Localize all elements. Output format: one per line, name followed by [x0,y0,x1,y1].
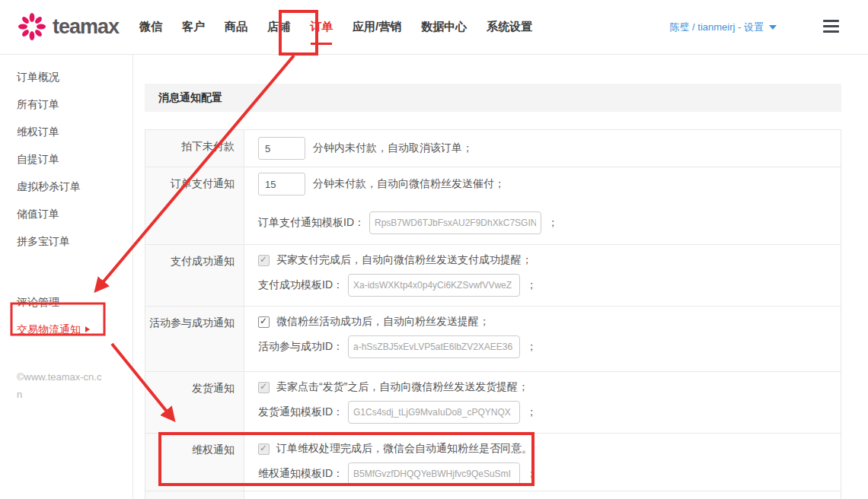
suffix-text: ； [526,405,537,419]
activity-success-checkbox[interactable] [258,316,270,328]
template-id-label: 活动参与成功ID： [258,340,343,354]
sidebar: 订单概况 所有订单 维权订单 自提订单 虚拟秒杀订单 储值订单 拼多宝订单 评论… [0,55,133,499]
rights-notice-checkbox[interactable] [258,443,270,455]
pay-success-template-id-input[interactable] [348,274,520,297]
suffix-text: ； [526,278,537,292]
row-description: 微信粉丝活动成功后，自动向粉丝发送提醒； [276,315,490,329]
sidebar-item-comment-management[interactable]: 评论管理 [0,288,132,316]
table-row: 支付成功通知 买家支付完成后，自动向微信粉丝发送支付成功提醒； 支付成功模板ID… [145,244,841,306]
sidebar-item-pinduobao-orders[interactable]: 拼多宝订单 [0,227,132,255]
template-id-label: 维权通知模板ID： [258,467,343,481]
copyright-text: ©www.teamax-cn.cn [0,368,107,403]
sidebar-spacer [0,255,132,288]
nav-item-orders[interactable]: 订单 [300,0,343,54]
table-row: 订单支付通知 分钟未付款，自动向微信粉丝发送催付； 订单支付通知模板ID： ； [145,167,841,244]
sidebar-item-trade-logistics-notice[interactable]: 交易物流通知 [0,316,132,343]
nav-item-system-settings[interactable]: 系统设置 [477,0,542,54]
table-row: 发货通知 卖家点击“发货”之后，自动向微信粉丝发送发货提醒； 发货通知模板ID：… [145,371,841,433]
row-description: 分钟未付款，自动向微信粉丝发送催付； [313,177,505,191]
template-id-label: 支付成功模板ID： [258,278,343,292]
unpaid-minutes-input[interactable] [258,137,305,160]
brand-name: teamax [53,15,119,39]
sidebar-item-pickup-orders[interactable]: 自提订单 [0,145,132,173]
row-description: 买家支付完成后，自动向微信粉丝发送支付成功提醒； [276,253,532,267]
row-description: 分钟内未付款，自动取消该订单； [313,141,473,155]
payment-template-id-input[interactable] [369,211,541,234]
row-label: 支付成功通知 [145,245,244,306]
template-id-label: 发货通知模板ID： [258,405,343,419]
sidebar-item-order-overview[interactable]: 订单概况 [0,63,132,91]
row-description: 订单维权处理完成后，微信会自动通知粉丝是否同意。 [276,442,532,456]
nav-item-wechat[interactable]: 微信 [129,0,172,54]
nav-item-customers[interactable]: 客户 [172,0,215,54]
chevron-down-icon [769,25,777,30]
shipping-notice-checkbox[interactable] [258,382,270,393]
hamburger-menu-icon[interactable] [823,20,839,33]
user-account-label: 陈璧 / tianmeirj - 设置 [669,21,764,34]
table-row: 维权通知 订单维权处理完成后，微信会自动通知粉丝是否同意。 维权通知模板ID： … [145,433,841,491]
flower-logo-icon [17,11,47,42]
shipping-template-id-input[interactable] [348,401,520,424]
page-title: 消息通知配置 [145,84,841,112]
row-label: 活动参与成功通知 [145,307,244,371]
notification-config-table: 拍下未付款 分钟内未付款，自动取消该订单； 订单支付通知 分钟未付款，自动向微信… [145,129,841,499]
table-row: 拍下未付款 分钟内未付款，自动取消该订单； [145,130,841,167]
table-row [145,491,841,499]
nav-item-orders-label: 订单 [310,20,333,34]
suffix-text: ； [526,467,537,481]
row-label: 拍下未付款 [145,130,244,167]
sidebar-item-trade-logistics-label: 交易物流通知 [17,316,81,343]
suffix-text: ； [526,340,537,354]
nav-item-shop[interactable]: 店铺 [257,0,300,54]
sidebar-item-stored-value-orders[interactable]: 储值订单 [0,200,132,227]
row-label: 发货通知 [145,372,244,433]
brand-logo[interactable]: teamax [17,11,119,42]
table-row: 活动参与成功通知 微信粉丝活动成功后，自动向粉丝发送提醒； 活动参与成功ID： … [145,306,841,371]
activity-template-id-input[interactable] [348,335,520,358]
top-bar: teamax 微信 客户 商品 店铺 订单 应用/营销 数据中心 系统设置 陈璧… [0,0,868,55]
nav-item-data-center[interactable]: 数据中心 [411,0,477,54]
row-description: 卖家点击“发货”之后，自动向微信粉丝发送发货提醒； [276,380,528,394]
rights-template-id-input[interactable] [348,462,520,485]
top-navigation: 微信 客户 商品 店铺 订单 应用/营销 数据中心 系统设置 [129,0,542,54]
sidebar-item-seckill-orders[interactable]: 虚拟秒杀订单 [0,173,132,200]
user-account-menu[interactable]: 陈璧 / tianmeirj - 设置 [669,0,777,54]
nav-item-apps-marketing[interactable]: 应用/营销 [343,0,411,54]
template-id-label: 订单支付通知模板ID： [258,216,365,230]
arrow-right-icon [85,326,90,332]
sidebar-item-rights-orders[interactable]: 维权订单 [0,118,132,145]
payment-reminder-minutes-input[interactable] [258,173,305,195]
row-label: 维权通知 [145,434,244,491]
pay-success-checkbox[interactable] [258,255,270,266]
suffix-text: ； [547,216,558,230]
row-label [145,491,244,499]
active-tab-underline [311,43,332,45]
row-label: 订单支付通知 [145,167,244,244]
nav-item-products[interactable]: 商品 [215,0,257,54]
sidebar-item-all-orders[interactable]: 所有订单 [0,91,132,118]
